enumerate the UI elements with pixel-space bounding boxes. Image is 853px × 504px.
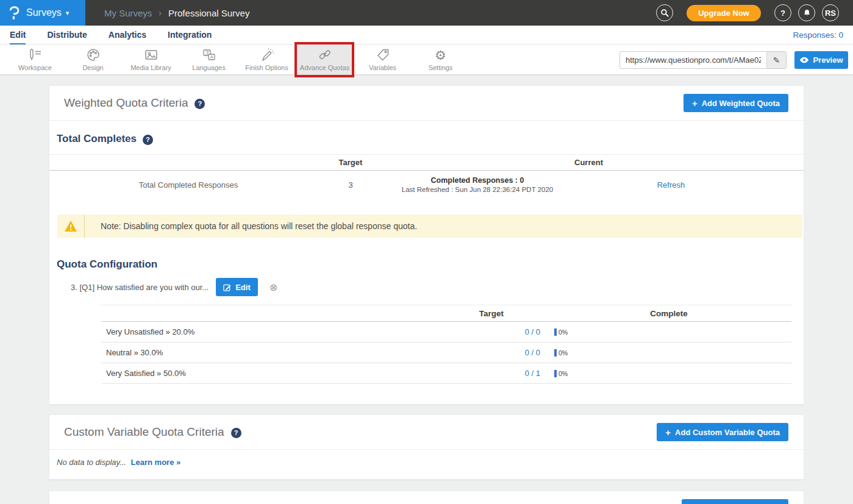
breadcrumb-my-surveys[interactable]: My Surveys <box>104 8 152 18</box>
toolbar-item-media-library[interactable]: Media Library <box>122 44 180 74</box>
questionpro-logo-icon <box>8 5 21 21</box>
toolbar-item-advance-quotas[interactable]: Advance Quotas <box>296 44 354 74</box>
svg-text:A: A <box>210 54 213 60</box>
table-row: Total Completed Responses 3 Completed Re… <box>49 171 804 201</box>
add-custom-variable-quota-button[interactable]: + Add Custom Variable Quota <box>657 423 788 441</box>
palette-icon <box>86 48 101 62</box>
row-label: Total Completed Responses <box>49 180 327 190</box>
target-value: 3 <box>327 180 374 190</box>
eye-icon <box>799 56 809 64</box>
plus-icon: + <box>692 98 698 108</box>
advanced-quota-title: Advanced Quota Control <box>64 502 191 504</box>
search-icon <box>660 8 669 18</box>
last-refreshed: Last Refreshed : Sun Jun 28 22:36:24 PDT… <box>374 186 581 193</box>
refresh-link[interactable]: Refresh <box>657 180 685 190</box>
total-completes-table: Target Current Total Completed Responses… <box>49 154 804 201</box>
warning-icon <box>64 220 77 232</box>
add-weighted-quota-button[interactable]: + Add Weighted Quota <box>683 94 788 112</box>
product-menu-label: Surveys <box>26 7 62 18</box>
toolbar-item-languages[interactable]: 文 A Languages <box>180 44 238 74</box>
column-complete: Complete <box>595 309 791 318</box>
quota-question-row: 3. [Q1] How satisfied are you with our..… <box>71 278 804 296</box>
chain-links-icon <box>318 48 332 62</box>
preview-button[interactable]: Preview <box>794 51 848 69</box>
topbar-actions: Upgrade Now ? RS <box>656 4 839 21</box>
note-banner: Note: Disabling complex quota for all qu… <box>57 215 802 238</box>
responses-count[interactable]: Responses: 0 <box>793 30 843 40</box>
note-text: Note: Disabling complex quota for all qu… <box>85 221 417 231</box>
upgrade-now-button[interactable]: Upgrade Now <box>687 5 761 21</box>
progress-percent: 0% <box>559 370 568 377</box>
tab-distribute[interactable]: Distribute <box>47 26 87 44</box>
quota-configuration-title: Quota Configuration <box>57 258 157 271</box>
divider <box>49 120 804 121</box>
edit-icon <box>223 283 231 291</box>
edit-quota-button[interactable]: Edit <box>216 278 258 296</box>
question-label: 3. [Q1] How satisfied are you with our..… <box>71 283 209 292</box>
progress-percent: 0% <box>559 349 568 357</box>
progress-percent: 0% <box>559 328 568 336</box>
main-nav: Edit Distribute Analytics Integration Re… <box>0 26 853 44</box>
question-mark-icon: ? <box>780 9 785 18</box>
weighted-quota-title: Weighted Quota Criteria <box>64 96 188 110</box>
notifications-button[interactable] <box>798 4 815 21</box>
answer-label: Very Satisfied » 50.0% <box>101 369 443 378</box>
target-count-link[interactable]: 0 / 0 <box>525 348 540 357</box>
help-button[interactable]: ? <box>774 4 791 21</box>
pen-icon <box>260 48 274 62</box>
toolbar-item-variables[interactable]: Variables <box>354 44 412 74</box>
column-target: Target <box>327 158 374 167</box>
tab-edit[interactable]: Edit <box>10 26 26 44</box>
table-header: Target Complete <box>101 305 791 322</box>
weighted-quota-card: Weighted Quota Criteria ? + Add Weighted… <box>49 85 804 405</box>
tab-integration[interactable]: Integration <box>168 26 212 44</box>
toolbar-item-settings[interactable]: ⚙ Settings <box>412 44 469 74</box>
edit-toolbar: Workspace Design Media Library 文 A <box>0 44 853 75</box>
target-count-link[interactable]: 0 / 1 <box>525 369 540 378</box>
product-switcher[interactable]: Surveys ▾ <box>0 0 85 26</box>
pencil-icon: ✎ <box>773 55 780 65</box>
learn-more-link[interactable]: Learn more » <box>131 458 181 467</box>
custom-variable-quota-title: Custom Variable Quota Criteria <box>64 425 224 439</box>
survey-url-group: ✎ <box>619 51 787 69</box>
target-count-link[interactable]: 0 / 0 <box>525 327 540 336</box>
edit-url-button[interactable]: ✎ <box>766 52 786 68</box>
advanced-quota-card: Advanced Quota Control ? + Add Advanced … <box>49 491 804 504</box>
answer-label: Very Unsatisfied » 20.0% <box>101 327 443 336</box>
completed-responses: Completed Responses : 0 <box>374 176 581 185</box>
help-icon[interactable]: ? <box>195 99 205 109</box>
avatar[interactable]: RS <box>822 4 839 21</box>
toolbar-item-finish-options[interactable]: Finish Options <box>238 44 296 74</box>
table-row: Neutral » 30.0% 0 / 0 0% <box>101 343 791 363</box>
svg-text:文: 文 <box>205 50 210 55</box>
empty-state-text: No data to display... <box>57 458 126 467</box>
total-completes-title: Total Completes <box>57 133 137 145</box>
image-icon <box>144 48 159 62</box>
tab-analytics[interactable]: Analytics <box>109 26 146 44</box>
breadcrumb-separator-icon: › <box>159 8 162 18</box>
translate-icon: 文 A <box>202 48 216 62</box>
quota-table: Target Complete Very Unsatisfied » 20.0%… <box>101 305 791 384</box>
custom-variable-quota-card: Custom Variable Quota Criteria ? + Add C… <box>49 414 804 480</box>
table-row: Very Unsatisfied » 20.0% 0 / 0 0% <box>101 322 791 343</box>
tag-icon <box>376 48 390 62</box>
remove-quota-icon[interactable]: ⊗ <box>269 282 277 293</box>
answer-label: Neutral » 30.0% <box>101 348 443 357</box>
survey-url-input[interactable] <box>620 52 766 68</box>
search-button[interactable] <box>656 4 673 21</box>
breadcrumb: My Surveys › Professional Survey <box>104 8 249 18</box>
progress-bar <box>554 349 557 357</box>
table-header: Target Current <box>49 154 804 171</box>
column-current: Current <box>374 158 804 167</box>
toolbar-item-workspace[interactable]: Workspace <box>6 44 64 74</box>
gear-icon: ⚙ <box>435 48 446 62</box>
breadcrumb-current: Professional Survey <box>168 8 249 18</box>
chevron-down-icon: ▾ <box>66 9 70 17</box>
page-content: Weighted Quota Criteria ? + Add Weighted… <box>0 76 853 504</box>
help-icon[interactable]: ? <box>231 428 241 438</box>
toolbar-item-design[interactable]: Design <box>64 44 122 74</box>
progress-bar <box>554 328 557 336</box>
add-advanced-quota-button[interactable]: + Add Advanced Quota <box>682 499 788 504</box>
bell-icon <box>802 8 812 18</box>
help-icon[interactable]: ? <box>143 135 153 145</box>
